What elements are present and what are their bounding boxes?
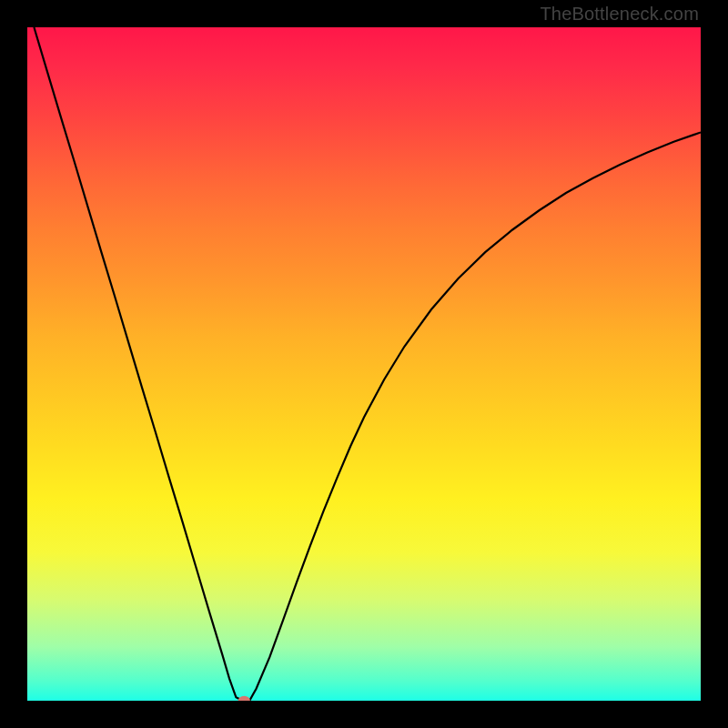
chart-container: TheBottleneck.com	[0, 0, 728, 728]
chart-svg	[27, 27, 701, 701]
optimal-point-marker	[238, 696, 250, 701]
watermark-text: TheBottleneck.com	[540, 4, 699, 25]
bottleneck-curve	[34, 27, 701, 701]
plot-area	[27, 27, 701, 701]
